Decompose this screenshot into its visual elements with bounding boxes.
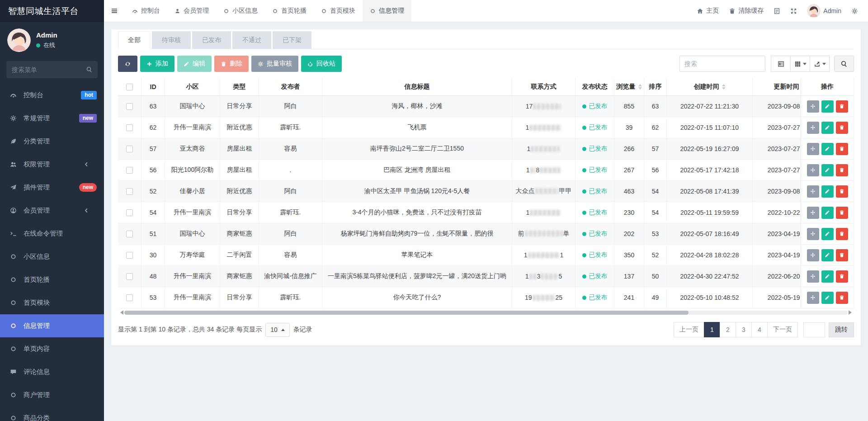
topbar-tab-user[interactable]: 会员管理: [167, 0, 216, 22]
sidebar-item-goods[interactable]: 商品分类: [0, 407, 104, 421]
edit-row-button[interactable]: [821, 207, 834, 219]
settings-button[interactable]: [851, 8, 858, 14]
move-row-button[interactable]: [807, 100, 819, 113]
app-logo[interactable]: 智慧同城生活平台: [0, 0, 104, 22]
move-row-button[interactable]: [807, 143, 819, 155]
edit-row-button[interactable]: [821, 292, 834, 304]
detail-view-button[interactable]: [771, 56, 791, 72]
horizontal-scrollbar[interactable]: [118, 310, 854, 315]
select-all-checkbox[interactable]: [126, 84, 133, 90]
move-row-button[interactable]: [807, 270, 819, 283]
next-page-button[interactable]: 下一页: [767, 322, 798, 337]
delete-row-button[interactable]: [836, 228, 848, 240]
delete-button[interactable]: 删除: [214, 56, 249, 72]
table-search-input[interactable]: [679, 56, 765, 72]
clear-cache-link[interactable]: 清除缓存: [729, 7, 764, 15]
delete-row-button[interactable]: [836, 207, 848, 219]
sidebar-item-page[interactable]: 单页内容: [0, 337, 104, 360]
page-jump-input[interactable]: [803, 322, 825, 337]
table-row[interactable]: 56阳光100阿尔勒房屋出租.巴南区 龙洲湾 房屋出租18已发布26756202…: [118, 160, 854, 181]
page-button-4[interactable]: 4: [751, 322, 768, 337]
home-link[interactable]: 主页: [697, 7, 719, 15]
row-checkbox[interactable]: [126, 209, 133, 216]
edit-button[interactable]: 编辑: [177, 56, 212, 72]
tab-all[interactable]: 全部: [118, 31, 151, 49]
sort-icon[interactable]: [638, 82, 642, 91]
row-checkbox[interactable]: [126, 188, 133, 195]
row-checkbox[interactable]: [126, 273, 133, 280]
tab-pending[interactable]: 待审核: [152, 31, 191, 49]
page-button-2[interactable]: 2: [720, 322, 736, 337]
edit-row-button[interactable]: [821, 270, 834, 283]
table-row[interactable]: 48升伟一里南滨商家钜惠渝快同城-信息推广一里南滨5栋菜鸟驿站便利店，菠萝啤2元…: [118, 266, 854, 287]
move-row-button[interactable]: [807, 185, 819, 198]
delete-row-button[interactable]: [836, 270, 848, 283]
sidebar-item-community[interactable]: 小区信息: [0, 245, 104, 268]
delete-row-button[interactable]: [836, 143, 848, 155]
table-row[interactable]: 62升伟一里南滨附近优惠霹昕珏.飞机票1已发布39622022-07-15 11…: [118, 117, 854, 138]
edit-row-button[interactable]: [821, 249, 834, 261]
move-row-button[interactable]: [807, 122, 819, 134]
sidebar-item-member[interactable]: 会员管理: [0, 199, 104, 222]
export-button[interactable]: [810, 56, 830, 72]
page-jump-button[interactable]: 跳转: [829, 322, 854, 337]
topbar-tab-module[interactable]: 首页模块: [314, 0, 363, 22]
table-row[interactable]: 57亚太商谷房屋出租容易南坪香弥山2号二室二厅二卫15501已发布2665720…: [118, 138, 854, 160]
sidebar-item-module[interactable]: 首页模块: [0, 291, 104, 314]
row-checkbox[interactable]: [126, 231, 133, 237]
sidebar-item-dashboard[interactable]: 控制台hot: [0, 84, 104, 107]
refresh-button[interactable]: [118, 56, 137, 72]
delete-row-button[interactable]: [836, 249, 848, 261]
fullscreen-button[interactable]: [790, 8, 797, 14]
tab-published[interactable]: 已发布: [192, 31, 231, 49]
topbar-profile[interactable]: Admin: [807, 4, 841, 18]
topbar-tab-banner[interactable]: 首页轮播: [265, 0, 314, 22]
move-row-button[interactable]: [807, 207, 819, 219]
delete-row-button[interactable]: [836, 164, 848, 176]
move-row-button[interactable]: [807, 228, 819, 240]
edit-row-button[interactable]: [821, 185, 834, 198]
row-checkbox[interactable]: [126, 167, 133, 174]
row-checkbox[interactable]: [126, 294, 133, 301]
sidebar-item-banner[interactable]: 首页轮播: [0, 268, 104, 291]
delete-row-button[interactable]: [836, 100, 848, 113]
page-button-3[interactable]: 3: [736, 322, 752, 337]
sidebar-item-command[interactable]: 在线命令管理: [0, 222, 104, 245]
table-row[interactable]: 63国瑞中心日常分享阿白海风，椰林，沙滩17已发布855632022-07-22…: [118, 96, 854, 117]
sidebar-item-general[interactable]: 常规管理new: [0, 107, 104, 130]
edit-row-button[interactable]: [821, 122, 834, 134]
row-checkbox[interactable]: [126, 146, 133, 152]
columns-button[interactable]: [790, 56, 810, 72]
column-header-created[interactable]: 创建时间: [667, 78, 753, 96]
scrollbar-track[interactable]: [124, 311, 848, 315]
sidebar-item-info[interactable]: 信息管理: [0, 314, 104, 337]
edit-row-button[interactable]: [821, 164, 834, 176]
edit-row-button[interactable]: [821, 100, 834, 113]
tab-offline[interactable]: 已下架: [273, 31, 311, 49]
scrollbar-thumb[interactable]: [124, 311, 689, 315]
edit-row-button[interactable]: [821, 143, 834, 155]
language-button[interactable]: [774, 8, 780, 14]
move-row-button[interactable]: [807, 249, 819, 261]
scroll-right-icon[interactable]: [849, 310, 854, 315]
delete-row-button[interactable]: [836, 122, 848, 134]
scroll-left-icon[interactable]: [118, 310, 123, 315]
page-size-select[interactable]: 10: [265, 323, 290, 337]
topbar-tab-dashboard[interactable]: 控制台: [125, 0, 167, 22]
topbar-tab-community[interactable]: 小区信息: [216, 0, 265, 22]
table-row[interactable]: 51国瑞中心商家钜惠阿白杨家坪蚝门海鲜自助烤肉79一位，生蚝不限量，肥的很前单已…: [118, 223, 854, 245]
table-row[interactable]: 53升伟一里南滨日常分享霹昕珏.你今天吃了什么?1925已发布241492022…: [118, 287, 854, 308]
delete-row-button[interactable]: [836, 185, 848, 198]
tab-rejected[interactable]: 不通过: [232, 31, 271, 49]
sidebar-item-category[interactable]: 分类管理: [0, 130, 104, 153]
menu-toggle-button[interactable]: [104, 0, 125, 22]
sidebar-item-comment[interactable]: 评论信息: [0, 360, 104, 383]
page-button-1[interactable]: 1: [704, 322, 720, 337]
sidebar-item-addon[interactable]: 插件管理new: [0, 176, 104, 199]
sidebar-item-merchant[interactable]: 商户管理: [0, 383, 104, 407]
table-row[interactable]: 54升伟一里南滨日常分享霹昕珏.3-4个月的小猫咪，免费送，只不过没有打疫苗1已…: [118, 202, 854, 223]
add-button[interactable]: 添加: [140, 56, 175, 72]
topbar-tab-info[interactable]: 信息管理: [363, 0, 411, 22]
row-checkbox[interactable]: [126, 103, 133, 110]
move-row-button[interactable]: [807, 164, 819, 176]
